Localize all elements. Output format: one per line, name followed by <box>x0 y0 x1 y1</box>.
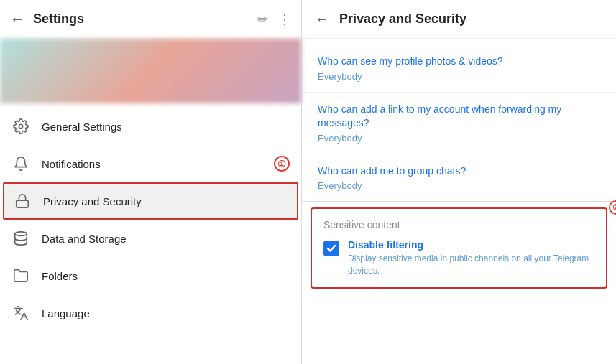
lock-icon <box>13 192 32 210</box>
sensitive-row: Disable filtering Display sensitive medi… <box>323 239 594 277</box>
gear-icon <box>12 117 30 136</box>
setting-row-group-chats[interactable]: Who can add me to group chats? Everybody <box>302 154 616 202</box>
sidebar-item-language[interactable]: Language <box>0 294 301 332</box>
setting-row-group-chats-value: Everybody <box>318 180 600 191</box>
sidebar-item-data-label: Data and Storage <box>42 233 290 245</box>
sidebar-item-privacy[interactable]: Privacy and Security <box>3 182 298 220</box>
right-content: Who can see my profile photos & videos? … <box>302 39 616 364</box>
setting-row-group-chats-title: Who can add me to group chats? <box>318 164 600 179</box>
sidebar-item-folders-label: Folders <box>42 270 290 282</box>
sidebar-item-language-label: Language <box>42 307 290 319</box>
svg-point-0 <box>19 124 23 129</box>
left-header: ← Settings ✏ ⋮ <box>0 0 301 39</box>
folder-icon <box>12 266 30 285</box>
edit-button[interactable]: ✏ <box>257 11 268 27</box>
sidebar-item-data[interactable]: Data and Storage <box>0 220 301 257</box>
notifications-badge: ① <box>274 156 290 172</box>
setting-row-profile-photos-value: Everybody <box>318 71 600 82</box>
sidebar-item-notifications[interactable]: Notifications ① <box>0 145 301 182</box>
sidebar-item-general[interactable]: General Settings <box>0 108 301 145</box>
left-title: Settings <box>33 11 247 27</box>
svg-rect-1 <box>17 200 29 207</box>
more-button[interactable]: ⋮ <box>278 11 291 27</box>
sidebar-item-folders[interactable]: Folders <box>0 257 301 294</box>
translate-icon <box>12 304 30 322</box>
sidebar-item-notifications-label: Notifications <box>42 158 268 170</box>
sensitive-section: Sensitive content Disable filtering Disp… <box>311 207 607 289</box>
sensitive-section-wrapper: Sensitive content Disable filtering Disp… <box>302 207 616 289</box>
disable-filtering-label: Disable filtering <box>348 239 594 251</box>
nav-list: General Settings Notifications ① Privacy… <box>0 103 301 364</box>
disable-filtering-desc: Display sensitive media in public channe… <box>348 253 594 277</box>
right-panel: ← Privacy and Security Who can see my pr… <box>302 0 616 364</box>
database-icon <box>12 229 30 248</box>
sidebar-item-general-label: General Settings <box>42 121 290 133</box>
right-header: ← Privacy and Security <box>302 0 616 39</box>
setting-row-forward-link-title: Who can add a link to my account when fo… <box>318 103 600 131</box>
setting-row-profile-photos[interactable]: Who can see my profile photos & videos? … <box>302 45 616 93</box>
setting-row-forward-link[interactable]: Who can add a link to my account when fo… <box>302 93 616 154</box>
sidebar-item-privacy-label: Privacy and Security <box>43 195 288 207</box>
svg-point-2 <box>15 232 27 236</box>
left-panel: ← Settings ✏ ⋮ General Settings <box>0 0 302 364</box>
annotation-2: ② <box>609 200 616 215</box>
setting-row-profile-photos-title: Who can see my profile photos & videos? <box>318 55 600 69</box>
setting-row-forward-link-value: Everybody <box>318 133 600 144</box>
bell-icon <box>12 154 30 173</box>
disable-filtering-checkbox[interactable] <box>323 241 339 256</box>
sensitive-text: Disable filtering Display sensitive medi… <box>348 239 594 277</box>
right-title: Privacy and Security <box>339 11 466 27</box>
sensitive-section-title: Sensitive content <box>323 219 594 230</box>
right-back-button[interactable]: ← <box>315 11 329 27</box>
left-back-button[interactable]: ← <box>10 11 24 27</box>
profile-banner <box>0 39 301 103</box>
